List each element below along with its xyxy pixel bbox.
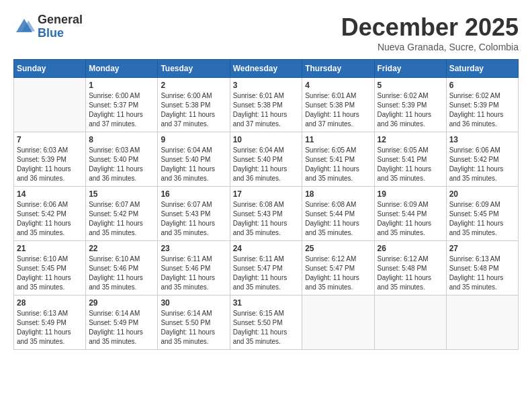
calendar-cell: 10Sunrise: 6:04 AMSunset: 5:40 PMDayligh…: [230, 132, 302, 187]
day-detail: Sunrise: 6:11 AMSunset: 5:46 PMDaylight:…: [161, 255, 226, 292]
calendar-week-5: 28Sunrise: 6:13 AMSunset: 5:49 PMDayligh…: [14, 295, 519, 350]
day-detail: Sunrise: 6:01 AMSunset: 5:38 PMDaylight:…: [233, 91, 300, 129]
calendar-cell: 18Sunrise: 6:08 AMSunset: 5:44 PMDayligh…: [302, 187, 374, 241]
day-number: 4: [305, 81, 371, 90]
calendar-cell: 9Sunrise: 6:04 AMSunset: 5:40 PMDaylight…: [158, 132, 230, 187]
day-detail: Sunrise: 6:10 AMSunset: 5:45 PMDaylight:…: [17, 255, 83, 292]
page-header: General Blue December 2025 Nueva Granada…: [13, 13, 519, 52]
weekday-header-sunday: Sunday: [14, 60, 86, 78]
day-detail: Sunrise: 6:11 AMSunset: 5:47 PMDaylight:…: [233, 255, 300, 292]
day-number: 6: [449, 81, 515, 90]
calendar-cell: 19Sunrise: 6:09 AMSunset: 5:44 PMDayligh…: [374, 187, 446, 241]
day-number: 20: [449, 189, 515, 199]
day-detail: Sunrise: 6:01 AMSunset: 5:38 PMDaylight:…: [305, 91, 371, 129]
day-number: 28: [17, 298, 83, 308]
day-detail: Sunrise: 6:09 AMSunset: 5:44 PMDaylight:…: [378, 200, 443, 238]
calendar-cell: 30Sunrise: 6:14 AMSunset: 5:50 PMDayligh…: [158, 295, 230, 350]
calendar-cell: [446, 295, 518, 350]
logo-icon: [13, 16, 35, 38]
calendar-week-1: 1Sunrise: 6:00 AMSunset: 5:37 PMDaylight…: [14, 78, 519, 132]
calendar-cell: 7Sunrise: 6:03 AMSunset: 5:39 PMDaylight…: [14, 132, 86, 187]
day-number: 29: [89, 298, 154, 308]
logo-blue-text: Blue: [38, 27, 83, 40]
day-number: 7: [17, 135, 83, 144]
calendar-cell: 28Sunrise: 6:13 AMSunset: 5:49 PMDayligh…: [14, 295, 86, 350]
day-detail: Sunrise: 6:04 AMSunset: 5:40 PMDaylight:…: [161, 146, 226, 183]
calendar-cell: 27Sunrise: 6:13 AMSunset: 5:48 PMDayligh…: [446, 241, 518, 295]
calendar-cell: 11Sunrise: 6:05 AMSunset: 5:41 PMDayligh…: [302, 132, 374, 187]
day-number: 27: [449, 244, 515, 253]
day-detail: Sunrise: 6:08 AMSunset: 5:43 PMDaylight:…: [233, 200, 300, 238]
day-detail: Sunrise: 6:03 AMSunset: 5:39 PMDaylight:…: [17, 146, 83, 183]
calendar-cell: [14, 78, 86, 132]
calendar-cell: 2Sunrise: 6:00 AMSunset: 5:38 PMDaylight…: [158, 78, 230, 132]
day-number: 21: [17, 244, 83, 253]
day-detail: Sunrise: 6:13 AMSunset: 5:49 PMDaylight:…: [17, 309, 83, 347]
day-number: 3: [233, 81, 300, 90]
day-number: 17: [233, 189, 300, 199]
day-number: 2: [161, 81, 226, 90]
calendar-cell: 4Sunrise: 6:01 AMSunset: 5:38 PMDaylight…: [302, 78, 374, 132]
calendar-cell: 24Sunrise: 6:11 AMSunset: 5:47 PMDayligh…: [230, 241, 302, 295]
day-number: 5: [378, 81, 443, 90]
day-detail: Sunrise: 6:02 AMSunset: 5:39 PMDaylight:…: [378, 91, 443, 129]
day-detail: Sunrise: 6:03 AMSunset: 5:40 PMDaylight:…: [89, 146, 154, 183]
day-number: 25: [305, 244, 371, 253]
day-number: 11: [305, 135, 371, 144]
calendar-cell: 21Sunrise: 6:10 AMSunset: 5:45 PMDayligh…: [14, 241, 86, 295]
day-number: 8: [89, 135, 154, 144]
calendar-cell: 14Sunrise: 6:06 AMSunset: 5:42 PMDayligh…: [14, 187, 86, 241]
calendar-cell: 13Sunrise: 6:06 AMSunset: 5:42 PMDayligh…: [446, 132, 518, 187]
calendar-cell: 23Sunrise: 6:11 AMSunset: 5:46 PMDayligh…: [158, 241, 230, 295]
day-detail: Sunrise: 6:12 AMSunset: 5:47 PMDaylight:…: [305, 255, 371, 292]
calendar-cell: 3Sunrise: 6:01 AMSunset: 5:38 PMDaylight…: [230, 78, 302, 132]
day-number: 24: [233, 244, 300, 253]
weekday-header-thursday: Thursday: [302, 60, 374, 78]
weekday-header-monday: Monday: [86, 60, 158, 78]
calendar-cell: 20Sunrise: 6:09 AMSunset: 5:45 PMDayligh…: [446, 187, 518, 241]
calendar-body: 1Sunrise: 6:00 AMSunset: 5:37 PMDaylight…: [14, 78, 519, 350]
calendar-cell: 29Sunrise: 6:14 AMSunset: 5:49 PMDayligh…: [86, 295, 158, 350]
day-detail: Sunrise: 6:05 AMSunset: 5:41 PMDaylight:…: [378, 146, 443, 183]
title-area: December 2025 Nueva Granada, Sucre, Colo…: [341, 13, 519, 52]
calendar-cell: 25Sunrise: 6:12 AMSunset: 5:47 PMDayligh…: [302, 241, 374, 295]
calendar-cell: 6Sunrise: 6:02 AMSunset: 5:39 PMDaylight…: [446, 78, 518, 132]
day-number: 31: [233, 298, 300, 308]
calendar-header: SundayMondayTuesdayWednesdayThursdayFrid…: [14, 60, 519, 78]
calendar-cell: [374, 295, 446, 350]
calendar-cell: 15Sunrise: 6:07 AMSunset: 5:42 PMDayligh…: [86, 187, 158, 241]
weekday-header-wednesday: Wednesday: [230, 60, 302, 78]
day-number: 1: [89, 81, 154, 90]
calendar-cell: 16Sunrise: 6:07 AMSunset: 5:43 PMDayligh…: [158, 187, 230, 241]
logo-text: General Blue: [38, 13, 83, 40]
calendar-cell: 17Sunrise: 6:08 AMSunset: 5:43 PMDayligh…: [230, 187, 302, 241]
day-detail: Sunrise: 6:02 AMSunset: 5:39 PMDaylight:…: [449, 91, 515, 129]
day-number: 23: [161, 244, 226, 253]
day-detail: Sunrise: 6:00 AMSunset: 5:37 PMDaylight:…: [89, 91, 154, 129]
day-number: 10: [233, 135, 300, 144]
day-detail: Sunrise: 6:05 AMSunset: 5:41 PMDaylight:…: [305, 146, 371, 183]
location-text: Nueva Granada, Sucre, Colombia: [341, 42, 519, 52]
calendar-cell: 31Sunrise: 6:15 AMSunset: 5:50 PMDayligh…: [230, 295, 302, 350]
calendar-cell: 22Sunrise: 6:10 AMSunset: 5:46 PMDayligh…: [86, 241, 158, 295]
day-number: 30: [161, 298, 226, 308]
logo-general-text: General: [38, 13, 83, 27]
day-number: 15: [89, 189, 154, 199]
day-number: 14: [17, 189, 83, 199]
weekday-header-row: SundayMondayTuesdayWednesdayThursdayFrid…: [14, 60, 519, 78]
calendar-week-2: 7Sunrise: 6:03 AMSunset: 5:39 PMDaylight…: [14, 132, 519, 187]
day-detail: Sunrise: 6:07 AMSunset: 5:42 PMDaylight:…: [89, 200, 154, 238]
day-detail: Sunrise: 6:04 AMSunset: 5:40 PMDaylight:…: [233, 146, 300, 183]
month-title: December 2025: [341, 13, 519, 42]
day-number: 18: [305, 189, 371, 199]
day-detail: Sunrise: 6:15 AMSunset: 5:50 PMDaylight:…: [233, 309, 300, 347]
day-number: 19: [378, 189, 443, 199]
calendar-week-3: 14Sunrise: 6:06 AMSunset: 5:42 PMDayligh…: [14, 187, 519, 241]
day-number: 16: [161, 189, 226, 199]
day-number: 13: [449, 135, 515, 144]
day-detail: Sunrise: 6:09 AMSunset: 5:45 PMDaylight:…: [449, 200, 515, 238]
day-detail: Sunrise: 6:06 AMSunset: 5:42 PMDaylight:…: [449, 146, 515, 183]
weekday-header-saturday: Saturday: [446, 60, 518, 78]
day-detail: Sunrise: 6:07 AMSunset: 5:43 PMDaylight:…: [161, 200, 226, 238]
calendar-cell: 26Sunrise: 6:12 AMSunset: 5:48 PMDayligh…: [374, 241, 446, 295]
